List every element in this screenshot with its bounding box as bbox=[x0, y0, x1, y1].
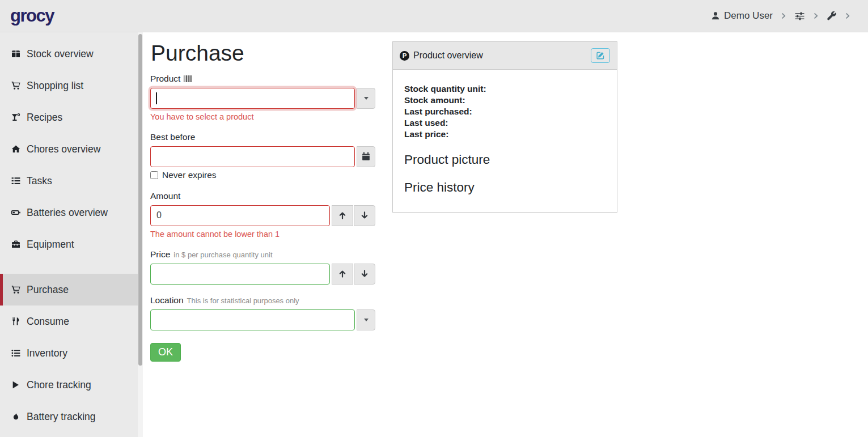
grocy-app: grocy Demo User Stock overview Shopping bbox=[0, 0, 868, 437]
cart-icon bbox=[10, 285, 22, 294]
sidebar-item-label: Purchase bbox=[27, 284, 69, 296]
sidebar-item-label: Chores overview bbox=[27, 143, 100, 155]
best-before-input[interactable] bbox=[150, 146, 355, 167]
user-menu[interactable]: Demo User bbox=[711, 10, 773, 22]
arrow-down-icon bbox=[360, 211, 369, 220]
wrench-icon bbox=[827, 11, 837, 21]
sidebar-item-equipment[interactable]: Equipment bbox=[0, 228, 143, 260]
location-input[interactable] bbox=[150, 309, 355, 330]
sidebar-item-recipes[interactable]: Recipes bbox=[0, 101, 143, 133]
user-name: Demo User bbox=[724, 10, 773, 22]
sidebar-group-divider bbox=[0, 260, 143, 274]
cart-icon bbox=[10, 81, 22, 90]
amount-error: The amount cannot be lower than 1 bbox=[150, 230, 375, 239]
sidebar-item-label: Battery tracking bbox=[27, 411, 96, 423]
product-overview-body: Stock quantity unit: Stock amount: Last … bbox=[393, 70, 617, 212]
sidebar-item-label: Consume bbox=[27, 316, 69, 328]
box-icon bbox=[10, 49, 22, 58]
edit-product-button[interactable] bbox=[591, 48, 610, 63]
admin-menu[interactable] bbox=[827, 11, 837, 21]
price-history-heading: Price history bbox=[404, 179, 606, 196]
product-input[interactable] bbox=[150, 88, 355, 109]
product-overview-header: P Product overview bbox=[393, 42, 617, 70]
location-label: LocationThis is for statistical purposes… bbox=[150, 295, 299, 306]
barcode-icon bbox=[184, 75, 192, 82]
sidebar-item-tasks[interactable]: Tasks bbox=[0, 165, 143, 197]
sidebar-scrollbar-track[interactable] bbox=[138, 32, 143, 437]
sidebar-item-purchase[interactable]: Purchase bbox=[0, 274, 143, 306]
chevron-right-icon bbox=[780, 12, 787, 20]
sidebar: Stock overview Shopping list Recipes Cho… bbox=[0, 32, 143, 437]
sidebar-scrollbar-thumb[interactable] bbox=[138, 34, 142, 366]
purchase-form: Purchase Product You have to select a pr… bbox=[150, 32, 375, 362]
never-expires-row: Never expires bbox=[150, 170, 375, 180]
header-menu: Demo User bbox=[711, 10, 853, 22]
sidebar-item-batteries-overview[interactable]: Batteries overview bbox=[0, 197, 143, 228]
best-before-group: Best before Never expires bbox=[150, 132, 375, 180]
last-price-line: Last price: bbox=[404, 129, 606, 140]
product-dropdown-button[interactable] bbox=[357, 88, 375, 109]
arrow-up-icon bbox=[338, 211, 347, 220]
app-logo[interactable]: grocy bbox=[10, 6, 54, 26]
sidebar-item-battery-tracking[interactable]: Battery tracking bbox=[0, 401, 143, 432]
sidebar-item-stock-overview[interactable]: Stock overview bbox=[0, 38, 143, 70]
sidebar-item-label: Equipment bbox=[27, 239, 74, 251]
best-before-label: Best before bbox=[150, 132, 195, 142]
price-decrement-button[interactable] bbox=[354, 264, 375, 285]
price-label: Pricein $ per purchase quantity unit bbox=[150, 249, 273, 260]
user-icon bbox=[711, 11, 720, 20]
calendar-icon bbox=[362, 152, 370, 161]
drop-icon bbox=[10, 412, 22, 421]
amount-decrement-button[interactable] bbox=[354, 205, 375, 226]
never-expires-checkbox[interactable] bbox=[150, 171, 158, 179]
tasks-icon bbox=[10, 176, 22, 185]
last-used-line: Last used: bbox=[404, 117, 606, 129]
sidebar-item-consume[interactable]: Consume bbox=[0, 306, 143, 337]
chevron-right-icon bbox=[812, 12, 819, 20]
product-label: Product bbox=[150, 74, 192, 84]
product-group: Product You have to select a product bbox=[150, 74, 375, 121]
calendar-button[interactable] bbox=[357, 146, 375, 167]
ok-button[interactable]: OK bbox=[150, 343, 181, 362]
edit-icon bbox=[596, 51, 605, 60]
sidebar-item-chore-tracking[interactable]: Chore tracking bbox=[0, 369, 143, 401]
sidebar-item-chores-overview[interactable]: Chores overview bbox=[0, 133, 143, 165]
chevron-right-icon bbox=[844, 12, 851, 20]
product-picture-heading: Product picture bbox=[404, 151, 606, 168]
amount-group: Amount The amount cannot be lower than 1 bbox=[150, 191, 375, 239]
amount-increment-button[interactable] bbox=[332, 205, 353, 226]
cocktail-icon bbox=[10, 113, 22, 122]
price-increment-button[interactable] bbox=[332, 264, 353, 285]
stock-quantity-unit-line: Stock quantity unit: bbox=[404, 83, 606, 95]
sidebar-item-label: Tasks bbox=[27, 175, 52, 187]
arrow-up-icon bbox=[338, 269, 347, 278]
last-purchased-line: Last purchased: bbox=[404, 106, 606, 117]
amount-input[interactable] bbox=[150, 205, 330, 226]
location-hint: This is for statistical purposes only bbox=[187, 296, 299, 305]
sidebar-item-shopping-list[interactable]: Shopping list bbox=[0, 70, 143, 101]
product-icon: P bbox=[400, 51, 409, 61]
sidebar-item-label: Chore tracking bbox=[27, 379, 91, 391]
app-header: grocy Demo User bbox=[0, 0, 868, 32]
utensils-icon bbox=[10, 317, 22, 326]
caret-down-icon bbox=[364, 97, 369, 100]
price-input[interactable] bbox=[150, 264, 330, 285]
sidebar-item-inventory[interactable]: Inventory bbox=[0, 337, 143, 369]
amount-label: Amount bbox=[150, 191, 180, 201]
price-group: Pricein $ per purchase quantity unit bbox=[150, 249, 375, 285]
sidebar-item-label: Recipes bbox=[27, 112, 62, 124]
page-title: Purchase bbox=[151, 41, 375, 66]
home-icon bbox=[10, 145, 22, 154]
settings-menu[interactable] bbox=[794, 11, 805, 21]
stock-amount-line: Stock amount: bbox=[404, 95, 606, 106]
location-group: LocationThis is for statistical purposes… bbox=[150, 295, 375, 330]
play-icon bbox=[10, 380, 22, 389]
arrow-down-icon bbox=[360, 269, 369, 278]
product-overview-card: P Product overview Stock quantity unit: … bbox=[392, 41, 617, 213]
price-hint: in $ per purchase quantity unit bbox=[173, 251, 272, 259]
sidebar-item-label: Stock overview bbox=[27, 48, 94, 60]
list-icon bbox=[10, 349, 22, 358]
product-overview-title: Product overview bbox=[413, 50, 483, 61]
sliders-icon bbox=[794, 11, 805, 21]
location-dropdown-button[interactable] bbox=[357, 309, 375, 330]
